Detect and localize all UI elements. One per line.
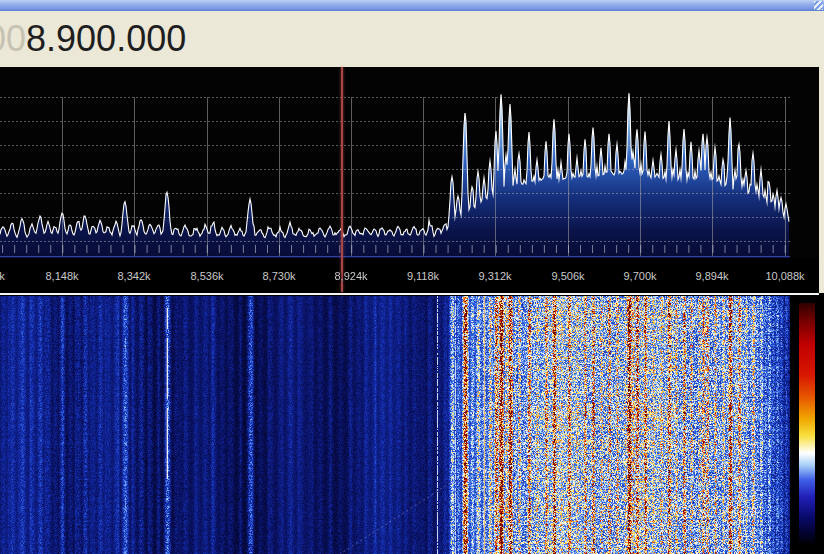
tuning-cursor[interactable] <box>341 67 343 292</box>
axis-tick-label: 8,730k <box>262 270 295 282</box>
axis-tick-label: 8,342k <box>117 270 150 282</box>
axis-tick-label: 9,118k <box>407 270 439 282</box>
sdr-app-window: 008.900.000 k8,148k8,342k8,536k8,730k8,9… <box>0 0 824 554</box>
axis-tick-label: 9,894k <box>695 270 728 282</box>
axis-tick-label: 9,700k <box>623 270 656 282</box>
waterfall-display[interactable] <box>0 295 824 554</box>
axis-tick-label: 9,506k <box>551 270 584 282</box>
spectrum-plot-canvas[interactable] <box>0 67 819 258</box>
frequency-display-panel: 008.900.000 <box>0 11 824 67</box>
waterfall-color-scale <box>799 303 815 545</box>
waterfall-canvas[interactable] <box>0 296 790 554</box>
axis-tick-label: 8,536k <box>190 270 223 282</box>
panel-separator <box>0 293 819 295</box>
frequency-axis: k8,148k8,342k8,536k8,730k8,924k9,118k9,3… <box>0 258 819 293</box>
axis-tick-label: 8,924k <box>334 270 367 282</box>
frequency-value: 8.900.000 <box>26 18 186 59</box>
axis-tick-label: k <box>0 270 5 282</box>
axis-tick-label: 10,088k <box>765 270 804 282</box>
window-right-margin <box>819 11 824 293</box>
frequency-readout[interactable]: 008.900.000 <box>0 13 186 65</box>
resize-grip-icon[interactable] <box>814 1 823 10</box>
frequency-leading-zeros: 00 <box>0 18 26 59</box>
spectrum-display[interactable] <box>0 67 819 258</box>
window-titlebar[interactable] <box>0 0 824 11</box>
axis-tick-label: 9,312k <box>478 270 511 282</box>
axis-tick-label: 8,148k <box>45 270 78 282</box>
